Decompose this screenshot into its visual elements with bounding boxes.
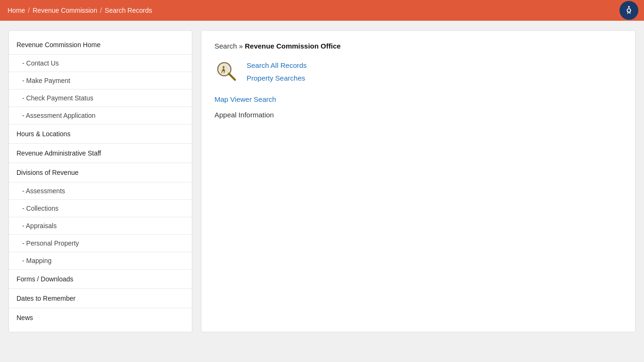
svg-line-4 — [229, 74, 235, 80]
search-records-section: Search All Records Property Searches — [215, 59, 622, 84]
sidebar-item-assessment-application[interactable]: - Assessment Application — [9, 107, 192, 124]
search-magnifier-icon — [215, 59, 239, 84]
breadcrumb: Home / Revenue Commission / Search Recor… — [8, 7, 152, 14]
sidebar-item-appraisals[interactable]: - Appraisals — [9, 217, 192, 235]
breadcrumb-home[interactable]: Home — [8, 7, 25, 14]
svg-point-0 — [628, 6, 630, 8]
sidebar-item-check-payment-status[interactable]: - Check Payment Status — [9, 90, 192, 107]
search-prefix: Search » — [215, 42, 243, 50]
appeal-information-text: Appeal Information — [215, 111, 274, 119]
search-links: Search All Records Property Searches — [247, 59, 307, 82]
sidebar: Revenue Commission Home - Contact Us - M… — [8, 30, 192, 332]
property-searches-link[interactable]: Property Searches — [247, 74, 307, 82]
sidebar-item-revenue-commission-home[interactable]: Revenue Commission Home — [9, 35, 192, 55]
sidebar-item-contact-us[interactable]: - Contact Us — [9, 55, 192, 72]
sidebar-item-mapping[interactable]: - Mapping — [9, 252, 192, 270]
search-header: Search » Revenue Commission Office — [215, 42, 622, 50]
sidebar-item-make-payment[interactable]: - Make Payment — [9, 72, 192, 90]
sidebar-item-assessments[interactable]: - Assessments — [9, 182, 192, 200]
sidebar-item-forms-downloads[interactable]: Forms / Downloads — [9, 270, 192, 289]
svg-point-5 — [223, 66, 224, 68]
top-nav: Home / Revenue Commission / Search Recor… — [0, 0, 644, 21]
sidebar-item-revenue-admin-staff[interactable]: Revenue Administrative Staff — [9, 144, 192, 163]
separator-1: / — [28, 7, 30, 14]
search-all-records-link[interactable]: Search All Records — [247, 61, 307, 69]
main-content: Revenue Commission Home - Contact Us - M… — [0, 21, 644, 342]
accessibility-button[interactable] — [619, 1, 638, 20]
sidebar-item-hours-locations[interactable]: Hours & Locations — [9, 124, 192, 144]
breadcrumb-current: Search Records — [105, 7, 152, 14]
sidebar-item-dates-to-remember[interactable]: Dates to Remember — [9, 289, 192, 308]
breadcrumb-revenue-commission[interactable]: Revenue Commission — [33, 7, 97, 14]
sidebar-item-collections[interactable]: - Collections — [9, 200, 192, 217]
sidebar-item-news[interactable]: News — [9, 308, 192, 327]
sidebar-item-divisions-of-revenue[interactable]: Divisions of Revenue — [9, 163, 192, 182]
separator-2: / — [100, 7, 102, 14]
search-office: Revenue Commission Office — [245, 42, 340, 50]
accessibility-icon — [624, 5, 634, 16]
content-panel: Search » Revenue Commission Office — [201, 30, 636, 332]
map-viewer-search-link[interactable]: Map Viewer Search — [215, 95, 622, 103]
sidebar-item-personal-property[interactable]: - Personal Property — [9, 235, 192, 252]
